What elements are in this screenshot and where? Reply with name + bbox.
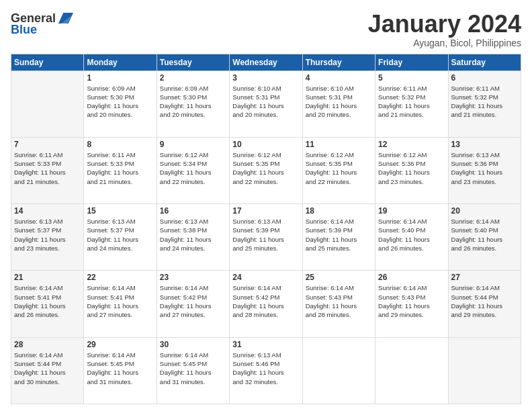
day-cell: 24Sunrise: 6:14 AM Sunset: 5:42 PM Dayli… (230, 271, 302, 337)
day-number: 19 (378, 206, 445, 216)
day-info: Sunrise: 6:12 AM Sunset: 5:36 PM Dayligh… (378, 150, 445, 186)
day-info: Sunrise: 6:13 AM Sunset: 5:37 PM Dayligh… (14, 217, 81, 253)
week-row-3: 14Sunrise: 6:13 AM Sunset: 5:37 PM Dayli… (11, 204, 521, 271)
day-number: 1 (87, 73, 153, 83)
day-cell: 12Sunrise: 6:12 AM Sunset: 5:36 PM Dayli… (375, 137, 448, 203)
day-number: 28 (14, 340, 81, 349)
day-info: Sunrise: 6:09 AM Sunset: 5:30 PM Dayligh… (87, 84, 153, 120)
day-cell: 31Sunrise: 6:13 AM Sunset: 5:46 PM Dayli… (230, 337, 302, 404)
day-cell: 26Sunrise: 6:14 AM Sunset: 5:43 PM Dayli… (375, 271, 448, 337)
day-info: Sunrise: 6:14 AM Sunset: 5:41 PM Dayligh… (87, 283, 153, 319)
day-info: Sunrise: 6:13 AM Sunset: 5:38 PM Dayligh… (160, 217, 226, 253)
title-block: January 2024 Ayugan, Bicol, Philippines (368, 11, 521, 48)
day-number: 25 (306, 273, 372, 282)
day-number: 21 (14, 273, 81, 282)
day-info: Sunrise: 6:12 AM Sunset: 5:35 PM Dayligh… (232, 150, 299, 186)
day-number: 9 (160, 140, 226, 149)
week-row-1: 1Sunrise: 6:09 AM Sunset: 5:30 PM Daylig… (11, 71, 521, 137)
day-cell: 2Sunrise: 6:09 AM Sunset: 5:30 PM Daylig… (157, 71, 229, 137)
header: General Blue January 2024 Ayugan, Bicol,… (11, 11, 521, 48)
day-cell: 18Sunrise: 6:14 AM Sunset: 5:39 PM Dayli… (302, 204, 375, 271)
day-info: Sunrise: 6:11 AM Sunset: 5:33 PM Dayligh… (14, 150, 81, 186)
day-number: 4 (306, 73, 372, 83)
day-cell: 5Sunrise: 6:11 AM Sunset: 5:32 PM Daylig… (375, 71, 448, 137)
day-info: Sunrise: 6:14 AM Sunset: 5:44 PM Dayligh… (14, 351, 81, 386)
day-info: Sunrise: 6:14 AM Sunset: 5:41 PM Dayligh… (14, 283, 81, 319)
day-cell: 19Sunrise: 6:14 AM Sunset: 5:40 PM Dayli… (375, 204, 448, 271)
month-title: January 2024 (368, 11, 521, 38)
day-cell: 13Sunrise: 6:13 AM Sunset: 5:36 PM Dayli… (448, 137, 521, 203)
day-cell: 21Sunrise: 6:14 AM Sunset: 5:41 PM Dayli… (11, 271, 84, 337)
day-number: 12 (378, 140, 445, 149)
logo-icon (58, 11, 73, 26)
week-row-5: 28Sunrise: 6:14 AM Sunset: 5:44 PM Dayli… (11, 337, 521, 404)
day-number: 14 (14, 206, 81, 216)
day-cell: 8Sunrise: 6:11 AM Sunset: 5:33 PM Daylig… (84, 137, 157, 203)
day-number: 3 (232, 73, 299, 83)
day-cell (11, 71, 84, 137)
day-number: 22 (87, 273, 153, 282)
day-info: Sunrise: 6:14 AM Sunset: 5:40 PM Dayligh… (378, 217, 445, 253)
day-cell: 23Sunrise: 6:14 AM Sunset: 5:42 PM Dayli… (157, 271, 229, 337)
day-cell: 9Sunrise: 6:12 AM Sunset: 5:34 PM Daylig… (157, 137, 229, 203)
day-number: 23 (160, 273, 226, 282)
page: General Blue January 2024 Ayugan, Bicol,… (0, 0, 532, 411)
day-number: 17 (232, 206, 299, 216)
day-info: Sunrise: 6:11 AM Sunset: 5:32 PM Dayligh… (378, 84, 445, 120)
day-number: 30 (160, 340, 226, 349)
col-header-tuesday: Tuesday (157, 54, 229, 71)
day-info: Sunrise: 6:11 AM Sunset: 5:32 PM Dayligh… (451, 84, 518, 120)
day-info: Sunrise: 6:11 AM Sunset: 5:33 PM Dayligh… (87, 150, 153, 186)
day-cell: 15Sunrise: 6:13 AM Sunset: 5:37 PM Dayli… (84, 204, 157, 271)
day-info: Sunrise: 6:14 AM Sunset: 5:43 PM Dayligh… (306, 283, 372, 319)
day-number: 18 (306, 206, 372, 216)
day-cell (448, 337, 521, 404)
logo-blue: Blue (11, 23, 37, 37)
day-cell: 25Sunrise: 6:14 AM Sunset: 5:43 PM Dayli… (302, 271, 375, 337)
day-cell: 28Sunrise: 6:14 AM Sunset: 5:44 PM Dayli… (11, 337, 84, 404)
day-number: 29 (87, 340, 153, 349)
day-info: Sunrise: 6:14 AM Sunset: 5:43 PM Dayligh… (378, 283, 445, 319)
day-number: 31 (232, 340, 299, 349)
day-number: 26 (378, 273, 445, 282)
col-header-wednesday: Wednesday (230, 54, 302, 71)
day-cell: 6Sunrise: 6:11 AM Sunset: 5:32 PM Daylig… (448, 71, 521, 137)
day-cell: 14Sunrise: 6:13 AM Sunset: 5:37 PM Dayli… (11, 204, 84, 271)
day-info: Sunrise: 6:13 AM Sunset: 5:39 PM Dayligh… (232, 217, 299, 253)
col-header-saturday: Saturday (448, 54, 521, 71)
day-info: Sunrise: 6:09 AM Sunset: 5:30 PM Dayligh… (160, 84, 226, 120)
day-info: Sunrise: 6:14 AM Sunset: 5:40 PM Dayligh… (451, 217, 518, 253)
day-number: 2 (160, 73, 226, 83)
day-number: 5 (378, 73, 445, 83)
day-cell: 7Sunrise: 6:11 AM Sunset: 5:33 PM Daylig… (11, 137, 84, 203)
day-cell: 20Sunrise: 6:14 AM Sunset: 5:40 PM Dayli… (448, 204, 521, 271)
col-header-monday: Monday (84, 54, 157, 71)
day-cell: 16Sunrise: 6:13 AM Sunset: 5:38 PM Dayli… (157, 204, 229, 271)
day-cell: 1Sunrise: 6:09 AM Sunset: 5:30 PM Daylig… (84, 71, 157, 137)
day-cell: 3Sunrise: 6:10 AM Sunset: 5:31 PM Daylig… (230, 71, 302, 137)
day-number: 7 (14, 140, 81, 149)
day-number: 15 (87, 206, 153, 216)
day-number: 27 (451, 273, 518, 282)
day-info: Sunrise: 6:13 AM Sunset: 5:46 PM Dayligh… (232, 351, 299, 386)
day-cell: 22Sunrise: 6:14 AM Sunset: 5:41 PM Dayli… (84, 271, 157, 337)
day-number: 11 (306, 140, 372, 149)
day-cell (302, 337, 375, 404)
day-info: Sunrise: 6:13 AM Sunset: 5:36 PM Dayligh… (451, 150, 518, 186)
day-info: Sunrise: 6:14 AM Sunset: 5:42 PM Dayligh… (160, 283, 226, 319)
day-cell (375, 337, 448, 404)
subtitle: Ayugan, Bicol, Philippines (368, 38, 521, 48)
day-cell: 27Sunrise: 6:14 AM Sunset: 5:44 PM Dayli… (448, 271, 521, 337)
col-header-thursday: Thursday (302, 54, 375, 71)
logo: General Blue (11, 11, 73, 37)
day-info: Sunrise: 6:14 AM Sunset: 5:45 PM Dayligh… (87, 351, 153, 386)
day-cell: 4Sunrise: 6:10 AM Sunset: 5:31 PM Daylig… (302, 71, 375, 137)
day-info: Sunrise: 6:13 AM Sunset: 5:37 PM Dayligh… (87, 217, 153, 253)
calendar-table: SundayMondayTuesdayWednesdayThursdayFrid… (11, 54, 521, 404)
week-row-2: 7Sunrise: 6:11 AM Sunset: 5:33 PM Daylig… (11, 137, 521, 203)
col-header-friday: Friday (375, 54, 448, 71)
day-info: Sunrise: 6:14 AM Sunset: 5:42 PM Dayligh… (232, 283, 299, 319)
day-cell: 17Sunrise: 6:13 AM Sunset: 5:39 PM Dayli… (230, 204, 302, 271)
day-number: 6 (451, 73, 518, 83)
day-number: 16 (160, 206, 226, 216)
